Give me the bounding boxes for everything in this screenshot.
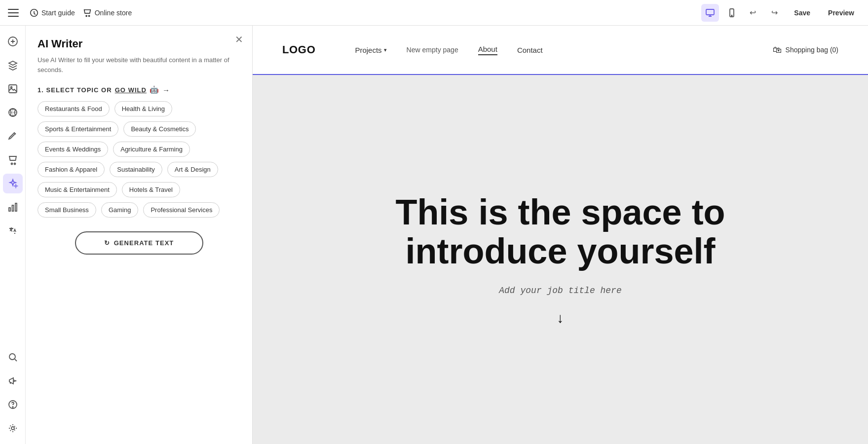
topic-chip[interactable]: Restaurants & Food [38,101,110,116]
topic-chip[interactable]: Professional Services [143,202,220,218]
preview-canvas: LOGO Projects ▾ New empty page About Con… [253,26,868,444]
undo-button[interactable]: ↩ [745,5,760,21]
marketing-icon[interactable] [3,371,23,391]
toolbar-left: Start guide Online store [8,6,697,20]
preview-button[interactable]: Preview [822,6,860,20]
topic-chip[interactable]: Events & Weddings [38,142,108,157]
topic-chip[interactable]: Gaming [101,202,139,218]
svg-point-16 [12,407,13,407]
save-button[interactable]: Save [788,6,816,20]
store-icon[interactable] [3,150,23,170]
svg-rect-12 [12,205,13,211]
close-panel-button[interactable]: ✕ [235,35,243,44]
hero-subtitle: Add your job title here [499,286,621,296]
toolbar-right: ↩ ↪ Save Preview [745,5,860,21]
mobile-view-button[interactable] [723,4,741,22]
site-hero: This is the space to introduce yourself … [253,75,868,444]
topic-chip[interactable]: Small Business [38,202,96,218]
step-label: 1. SELECT TOPIC OR GO WILD 🤖 → [38,85,240,94]
search-icon[interactable] [3,347,23,367]
svg-point-17 [11,427,14,430]
online-store-button[interactable]: Online store [83,8,132,17]
desktop-view-button[interactable] [701,4,719,22]
svg-rect-13 [15,203,17,211]
generate-icon: ↻ [104,239,110,247]
svg-point-0 [86,15,87,16]
svg-point-9 [11,163,12,165]
help-icon[interactable] [3,395,23,414]
svg-rect-11 [9,208,10,211]
panel-description: Use AI Writer to fill your website with … [38,55,240,74]
main-area: ✕ AI Writer Use AI Writer to fill your w… [0,26,868,444]
topic-chip[interactable]: Fashion & Apparel [38,162,105,177]
ai-writer-icon[interactable] [3,174,23,193]
shopping-bag[interactable]: 🛍 Shopping bag (0) [773,45,838,55]
analytics-icon[interactable] [3,197,23,217]
site-nav: LOGO Projects ▾ New empty page About Con… [253,26,868,75]
cart-icon: 🛍 [773,45,782,55]
toolbar-center [701,4,741,22]
media-icon[interactable] [3,79,23,99]
topic-chip[interactable]: Beauty & Cosmetics [123,121,196,137]
chevron-down-icon: ▾ [384,47,387,53]
topic-chip[interactable]: Music & Entertainment [38,182,117,197]
ai-writer-panel: ✕ AI Writer Use AI Writer to fill your w… [26,26,253,444]
topic-chip[interactable]: Art & Design [167,162,218,177]
start-guide-button[interactable]: Start guide [30,8,75,17]
theme-icon[interactable] [3,103,23,122]
site-nav-links: Projects ▾ New empty page About Contact [355,45,753,55]
topic-chip[interactable]: Sustainability [110,162,162,177]
panel-title: AI Writer [38,37,240,50]
topic-chip[interactable]: Agriculture & Farming [113,142,190,157]
layers-icon[interactable] [3,55,23,75]
hamburger-menu-button[interactable] [8,6,22,20]
edit-icon[interactable] [3,126,23,146]
generate-text-button[interactable]: ↻ GENERATE TEXT [75,231,203,255]
topic-chip[interactable]: Hotels & Travel [122,182,180,197]
add-element-icon[interactable] [3,32,23,51]
svg-rect-6 [9,85,17,93]
svg-point-10 [14,163,15,165]
go-wild-icon: 🤖 [150,85,159,94]
settings-icon[interactable] [3,418,23,438]
hero-title: This is the space to introduce yourself [388,193,733,271]
nav-sub-item[interactable]: New empty page [407,46,458,54]
svg-point-1 [88,15,89,16]
site-logo: LOGO [282,43,315,56]
toolbar: Start guide Online store ↩ ↪ S [0,0,868,26]
nav-contact[interactable]: Contact [517,46,543,54]
site-preview: LOGO Projects ▾ New empty page About Con… [253,26,868,444]
svg-point-4 [732,15,733,16]
nav-projects[interactable]: Projects ▾ [355,46,386,54]
topics-grid: Restaurants & FoodHealth & LivingSports … [38,101,240,218]
svg-point-14 [9,354,15,360]
hero-arrow[interactable]: ↓ [557,310,564,326]
nav-about[interactable]: About [478,45,497,55]
sidebar-icons [0,26,26,444]
arrow-icon: → [162,86,170,94]
redo-button[interactable]: ↪ [766,5,782,21]
translate-icon[interactable] [3,221,23,241]
topic-chip[interactable]: Sports & Entertainment [38,121,118,137]
go-wild-link[interactable]: GO WILD [115,86,147,94]
topic-chip[interactable]: Health & Living [114,101,172,116]
svg-rect-2 [706,9,714,15]
generate-label: GENERATE TEXT [114,239,174,247]
